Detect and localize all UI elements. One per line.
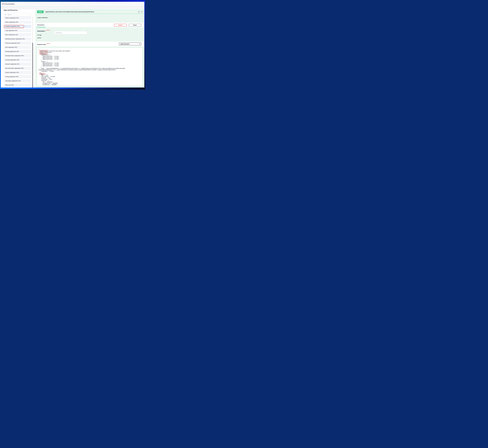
- request-body-label: Request body: [37, 44, 46, 45]
- sidebar-item-label: Topologies Application APIs: [4, 79, 31, 82]
- namespace-input[interactable]: [54, 31, 87, 34]
- sidebar-heading: Apps and Resources: [4, 9, 18, 11]
- window-frame-left: [0, 2, 1, 88]
- sidebar-item[interactable]: Logs Application APIs: [4, 29, 31, 32]
- sidebar-item-label: Fabrics Application APIs: [4, 16, 31, 19]
- sidebar-item[interactable]: Routing Policies Application APIs: [4, 54, 31, 57]
- sidebar-item-label: EDA Core APIs: [4, 83, 31, 87]
- window-frame-right: [144, 2, 145, 88]
- endpoint-header[interactable]: POST /apps/interfaces.eda.nokia.com/v1al…: [36, 10, 144, 14]
- sidebar-item[interactable]: QoS Application APIs: [4, 46, 31, 49]
- sidebar-item-label: Protocols Application APIs: [4, 41, 31, 45]
- sidebar-list: Fabrics Application APIsFilters Applicat…: [4, 16, 31, 88]
- page-title: API Documentation: [2, 2, 15, 6]
- param-type: string: [37, 34, 41, 36]
- sidebar-item-label: Services Application APIs: [4, 63, 31, 66]
- chevron-up-icon[interactable]: [141, 11, 143, 12]
- required-label: required: [46, 43, 50, 44]
- sidebar-item[interactable]: Services Application APIs: [4, 63, 31, 66]
- sidebar-item-label: Interface Application APIs: [4, 25, 31, 28]
- request-body-row: Request bodyrequired application/json: [36, 41, 144, 46]
- sidebar-item[interactable]: Security Application APIs: [4, 58, 31, 62]
- sidebar-item[interactable]: Routing Application APIs: [4, 50, 31, 53]
- sidebar-item-label: Timing Application APIs: [4, 75, 31, 78]
- sidebar-item[interactable]: EDA Core APIs: [4, 83, 31, 87]
- required-label: required: [46, 30, 50, 31]
- annotation-highlight-box: "metadata":: [40, 53, 47, 54]
- sidebar-item-label: Mirror Application APIs: [4, 33, 31, 36]
- search-icon: [5, 14, 7, 16]
- active-tab-underline: [37, 27, 46, 27]
- endpoint-description: create a Interface: [37, 17, 48, 18]
- sidebar-scrollbar-thumb[interactable]: [32, 43, 33, 88]
- tab-parameters-label: Parameters: [37, 24, 44, 26]
- tab-parameters[interactable]: Parameters: [37, 23, 44, 27]
- search-input[interactable]: [7, 14, 29, 16]
- sidebar-item[interactable]: Mirror Application APIs: [4, 33, 31, 36]
- content-type-value: application/json: [120, 43, 130, 45]
- sidebar-item[interactable]: Filters Application APIs: [4, 21, 31, 24]
- sidebar-item-label: Routing Policies Application APIs: [4, 54, 31, 57]
- request-body-example[interactable]: { "apiVersion": "interfaces.eda.nokia.co…: [37, 48, 142, 86]
- annotation-highlight-box: "spec":: [40, 73, 45, 74]
- endpoint-panel: POST /apps/interfaces.eda.nokia.com/v1al…: [36, 10, 144, 87]
- header-subband: [1, 6, 144, 9]
- reset-button[interactable]: Reset: [129, 24, 141, 26]
- sidebar-item-label: Security Application APIs: [4, 58, 31, 62]
- window-frame-top: [0, 0, 145, 2]
- sidebar-item[interactable]: Protocols Application APIs: [4, 41, 31, 45]
- search-box[interactable]: [4, 13, 32, 16]
- sidebar-item-label: Routing Application APIs: [4, 50, 31, 53]
- request-body-label-row: Request bodyrequired: [37, 41, 50, 47]
- sidebar-item[interactable]: Timing Application APIs: [4, 75, 31, 78]
- sidebar-item[interactable]: Fabrics Application APIs: [4, 16, 31, 19]
- app-window: API Documentation Apps and Resources Fab…: [0, 0, 145, 89]
- page: API Documentation Apps and Resources Fab…: [1, 2, 144, 88]
- tabs-row: Parameters Cancel Reset: [36, 23, 144, 27]
- content-type-select[interactable]: application/json: [119, 42, 141, 45]
- chevron-down-icon: [139, 44, 140, 44]
- required-asterisk: *: [45, 30, 46, 32]
- sidebar-item-label: Operating System Application APIs: [4, 37, 31, 40]
- param-name: namespace: [37, 30, 45, 32]
- sidebar-item-label: System Application APIs: [4, 71, 31, 74]
- unlocked-padlock-icon[interactable]: [138, 11, 140, 13]
- cancel-button[interactable]: Cancel: [114, 24, 127, 26]
- param-location: (path): [37, 37, 41, 39]
- sidebar-item-label: QoS Application APIs: [4, 46, 31, 49]
- sidebar-item-label: Logs Application APIs: [4, 29, 31, 32]
- page-header: API Documentation: [1, 2, 144, 6]
- sidebar-item[interactable]: System Application APIs: [4, 71, 31, 74]
- sidebar-item[interactable]: Operating System Application APIs: [4, 37, 31, 40]
- sidebar-item-label: Site Information Application APIs: [4, 67, 31, 70]
- sidebar-scrollbar-track[interactable]: [32, 16, 33, 88]
- window-frame-bottom: [0, 88, 145, 89]
- sidebar-item-label: Filters Application APIs: [4, 21, 31, 24]
- sidebar-item[interactable]: Interface Application APIs: [4, 25, 31, 28]
- param-name-row: namespace*required: [37, 30, 50, 32]
- sidebar-item[interactable]: Topologies Application APIs: [4, 79, 31, 82]
- endpoint-path: /apps/interfaces.eda.nokia.com/v1alpha1/…: [45, 11, 94, 13]
- method-badge: POST: [37, 10, 44, 13]
- sidebar-item[interactable]: Site Information Application APIs: [4, 67, 31, 70]
